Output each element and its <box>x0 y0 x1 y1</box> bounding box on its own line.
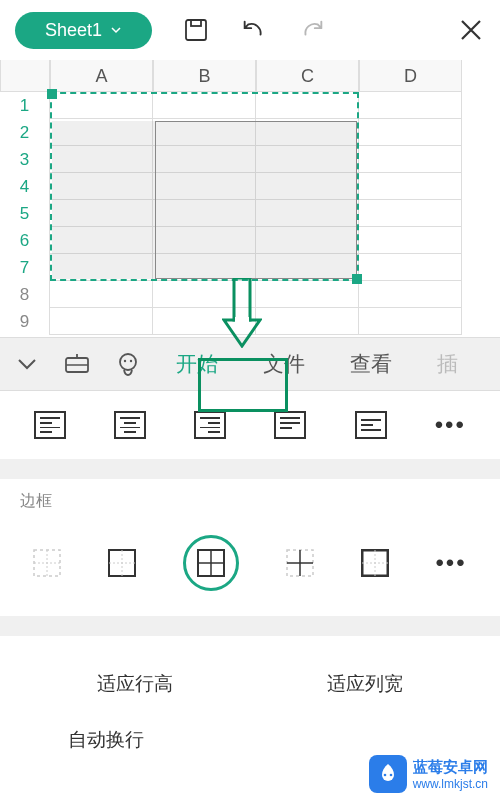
cell[interactable] <box>50 254 153 281</box>
svg-rect-3 <box>235 317 249 323</box>
cell[interactable] <box>359 119 462 146</box>
cell[interactable] <box>50 92 153 119</box>
assistant-icon[interactable] <box>115 351 141 377</box>
cell[interactable] <box>256 254 359 281</box>
svg-rect-2 <box>234 278 250 320</box>
fit-col-width-button[interactable]: 适应列宽 <box>327 671 403 697</box>
keyboard-icon[interactable] <box>64 352 90 376</box>
cell[interactable] <box>50 146 153 173</box>
svg-point-7 <box>120 354 136 370</box>
cell[interactable] <box>359 92 462 119</box>
chevron-down-icon <box>110 24 122 36</box>
tab-start[interactable]: 开始 <box>166 350 228 378</box>
align-center-button[interactable] <box>114 411 146 439</box>
sheet-tab[interactable]: Sheet1 <box>15 12 152 49</box>
col-header-b[interactable]: B <box>153 60 256 92</box>
cell[interactable] <box>359 254 462 281</box>
cell[interactable] <box>256 308 359 335</box>
row-header-4[interactable]: 4 <box>0 173 50 200</box>
cell[interactable] <box>50 173 153 200</box>
cell[interactable] <box>50 119 153 146</box>
cell[interactable] <box>359 308 462 335</box>
cell[interactable] <box>256 92 359 119</box>
cell[interactable] <box>153 173 256 200</box>
col-header-a[interactable]: A <box>50 60 153 92</box>
tab-view[interactable]: 查看 <box>340 350 402 378</box>
svg-point-25 <box>383 774 386 777</box>
row-header-9[interactable]: 9 <box>0 308 50 335</box>
col-header-d[interactable]: D <box>359 60 462 92</box>
cell[interactable] <box>153 254 256 281</box>
cell[interactable] <box>256 119 359 146</box>
cell[interactable] <box>50 200 153 227</box>
row-header-5[interactable]: 5 <box>0 200 50 227</box>
annotation-arrow-icon <box>222 278 262 352</box>
row-header-1[interactable]: 1 <box>0 92 50 119</box>
auto-wrap-button[interactable]: 自动换行 <box>68 727 144 753</box>
undo-icon[interactable] <box>240 16 268 44</box>
border-more-button[interactable]: ••• <box>435 549 466 577</box>
cell[interactable] <box>256 227 359 254</box>
cell[interactable] <box>359 227 462 254</box>
cell[interactable] <box>153 146 256 173</box>
close-icon[interactable] <box>457 16 485 44</box>
svg-point-26 <box>389 774 392 777</box>
align-top-button[interactable] <box>274 411 306 439</box>
cell[interactable] <box>153 227 256 254</box>
cell[interactable] <box>50 227 153 254</box>
watermark: 蓝莓安卓网 www.lmkjst.cn <box>369 755 488 793</box>
save-icon[interactable] <box>182 16 210 44</box>
fit-row-height-button[interactable]: 适应行高 <box>97 671 173 697</box>
cell[interactable] <box>153 92 256 119</box>
row-header-3[interactable]: 3 <box>0 146 50 173</box>
tab-insert-truncated[interactable]: 插 <box>427 350 468 378</box>
align-right-button[interactable] <box>194 411 226 439</box>
redo-icon[interactable] <box>298 16 326 44</box>
border-all-button[interactable] <box>183 535 239 591</box>
cell[interactable] <box>50 308 153 335</box>
border-none-button[interactable] <box>33 549 61 577</box>
align-more-button[interactable]: ••• <box>435 411 466 439</box>
border-thick-outer-button[interactable] <box>361 549 389 577</box>
collapse-icon[interactable] <box>15 352 39 376</box>
align-middle-button[interactable] <box>355 411 387 439</box>
cell[interactable] <box>153 119 256 146</box>
row-header-8[interactable]: 8 <box>0 281 50 308</box>
cell[interactable] <box>256 200 359 227</box>
border-section-label: 边框 <box>0 479 500 520</box>
col-header-c[interactable]: C <box>256 60 359 92</box>
svg-point-8 <box>124 360 126 362</box>
top-toolbar: Sheet1 <box>0 0 500 60</box>
cell[interactable] <box>359 281 462 308</box>
watermark-icon <box>369 755 407 793</box>
cell[interactable] <box>256 173 359 200</box>
svg-point-9 <box>130 360 132 362</box>
corner-cell[interactable] <box>0 60 50 92</box>
border-panel: ••• <box>0 520 500 616</box>
cell[interactable] <box>359 200 462 227</box>
row-header-6[interactable]: 6 <box>0 227 50 254</box>
watermark-title: 蓝莓安卓网 <box>413 758 488 777</box>
cell[interactable] <box>256 281 359 308</box>
border-outer-button[interactable] <box>108 549 136 577</box>
tab-file[interactable]: 文件 <box>253 350 315 378</box>
cell[interactable] <box>359 173 462 200</box>
cell[interactable] <box>50 281 153 308</box>
cell[interactable] <box>153 200 256 227</box>
cell[interactable] <box>256 146 359 173</box>
row-header-7[interactable]: 7 <box>0 254 50 281</box>
cell[interactable] <box>359 146 462 173</box>
watermark-url: www.lmkjst.cn <box>413 777 488 791</box>
svg-rect-0 <box>186 20 206 40</box>
alignment-panel: ••• <box>0 391 500 459</box>
svg-rect-1 <box>191 20 201 26</box>
row-header-2[interactable]: 2 <box>0 119 50 146</box>
sheet-name-label: Sheet1 <box>45 20 102 41</box>
border-inner-button[interactable] <box>286 549 314 577</box>
align-left-button[interactable] <box>34 411 66 439</box>
